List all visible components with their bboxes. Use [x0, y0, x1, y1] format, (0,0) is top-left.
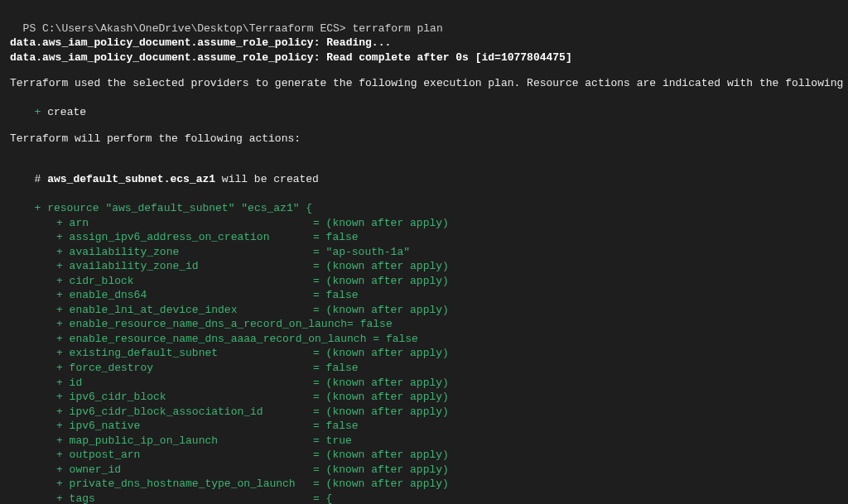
resource-comment: # aws_default_subnet.ecs_az1 will be cre… — [10, 157, 838, 186]
attr-row: + assign_ipv6_address_on_creation= false — [10, 230, 838, 245]
attr-row: + enable_lni_at_device_index= (known aft… — [10, 303, 838, 318]
attr-value: (known after apply) — [326, 303, 449, 318]
attr-value: false — [326, 230, 359, 245]
attr-key: + cidr_block — [56, 274, 313, 289]
attr-value: (known after apply) — [326, 216, 449, 231]
attr-value: (known after apply) — [326, 346, 449, 361]
attr-value: false — [326, 361, 359, 376]
attr-row: + force_destroy= false — [10, 361, 838, 376]
attr-value: false — [326, 419, 359, 434]
attr-tags: + tags= { — [10, 492, 838, 504]
attr-row: + enable_dns64= false — [10, 288, 838, 303]
attr-row: + availability_zone_id= (known after app… — [10, 259, 838, 274]
attr-value: (known after apply) — [326, 477, 449, 492]
attr-value: (known after apply) — [326, 448, 449, 463]
attr-value: false — [386, 332, 418, 347]
attr-row: + ipv6_cidr_block= (known after apply) — [10, 390, 838, 405]
attr-value: (known after apply) — [326, 376, 449, 391]
attr-row: + availability_zone= "ap-south-1a" — [10, 245, 838, 260]
attr-row: + enable_resource_name_dns_aaaa_record_o… — [10, 332, 838, 347]
attr-row: + owner_id= (known after apply) — [10, 463, 838, 478]
attr-value: false — [326, 288, 359, 303]
resource-declaration: + resource "aws_default_subnet" "ecs_az1… — [10, 186, 838, 215]
actions-line: Terraform will perform the following act… — [10, 132, 838, 146]
attr-value: (known after apply) — [326, 274, 449, 289]
attr-value: (known after apply) — [326, 405, 449, 420]
spacer — [10, 120, 838, 132]
attr-value: (known after apply) — [326, 463, 449, 478]
attr-row: + cidr_block= (known after apply) — [10, 274, 838, 289]
intro-line: Terraform used the selected providers to… — [10, 76, 838, 91]
attr-key: + enable_resource_name_dns_a_record_on_l… — [56, 317, 347, 332]
attr-value: true — [326, 434, 352, 449]
create-symbol-line: + create — [10, 91, 838, 120]
attr-key: + id — [56, 376, 313, 391]
reading-line-2: data.aws_iam_policy_document.assume_role… — [10, 50, 838, 65]
attr-key: + assign_ipv6_address_on_creation — [56, 230, 313, 245]
attr-key: + outpost_arn — [56, 448, 313, 463]
spacer — [10, 65, 838, 76]
attr-key: + enable_lni_at_device_index — [56, 303, 313, 318]
attr-row: + ipv6_cidr_block_association_id= (known… — [10, 405, 838, 420]
attr-value: "ap-south-1a" — [326, 245, 410, 260]
prompt-path: PS C:\Users\Akash\OneDrive\Desktop\Terra… — [23, 22, 353, 35]
attr-row: + id= (known after apply) — [10, 376, 838, 391]
attr-key: + ipv6_cidr_block_association_id — [56, 405, 313, 420]
attr-key: + force_destroy — [56, 361, 313, 376]
attr-key: + enable_resource_name_dns_aaaa_record_o… — [56, 332, 366, 347]
attr-key: + private_dns_hostname_type_on_launch — [56, 477, 313, 492]
terminal-output[interactable]: PS C:\Users\Akash\OneDrive\Desktop\Terra… — [10, 7, 838, 504]
attr-value: (known after apply) — [326, 259, 449, 274]
prompt-line: PS C:\Users\Akash\OneDrive\Desktop\Terra… — [10, 7, 838, 36]
attr-key: + availability_zone_id — [56, 259, 313, 274]
attr-key: + map_public_ip_on_launch — [56, 434, 313, 449]
attr-key: + owner_id — [56, 463, 313, 478]
attr-value: (known after apply) — [326, 390, 449, 405]
attr-row: + enable_resource_name_dns_a_record_on_l… — [10, 317, 838, 332]
attr-key: + enable_dns64 — [56, 288, 313, 303]
attr-key: + ipv6_native — [56, 419, 313, 434]
attributes-list: + arn= (known after apply)+ assign_ipv6_… — [10, 216, 838, 492]
reading-line-1: data.aws_iam_policy_document.assume_role… — [10, 36, 838, 50]
attr-key: + availability_zone — [56, 245, 313, 260]
attr-key: + existing_default_subnet — [56, 346, 313, 361]
spacer — [10, 146, 838, 157]
attr-value: false — [360, 317, 393, 332]
command-text: terraform plan — [352, 22, 442, 35]
attr-key: + ipv6_cidr_block — [56, 390, 313, 405]
attr-row: + map_public_ip_on_launch= true — [10, 434, 838, 449]
attr-key: + arn — [56, 216, 313, 231]
attr-row: + arn= (known after apply) — [10, 216, 838, 231]
attr-row: + outpost_arn= (known after apply) — [10, 448, 838, 463]
attr-row: + private_dns_hostname_type_on_launch= (… — [10, 477, 838, 492]
attr-row: + ipv6_native= false — [10, 419, 838, 434]
attr-row: + existing_default_subnet= (known after … — [10, 346, 838, 361]
